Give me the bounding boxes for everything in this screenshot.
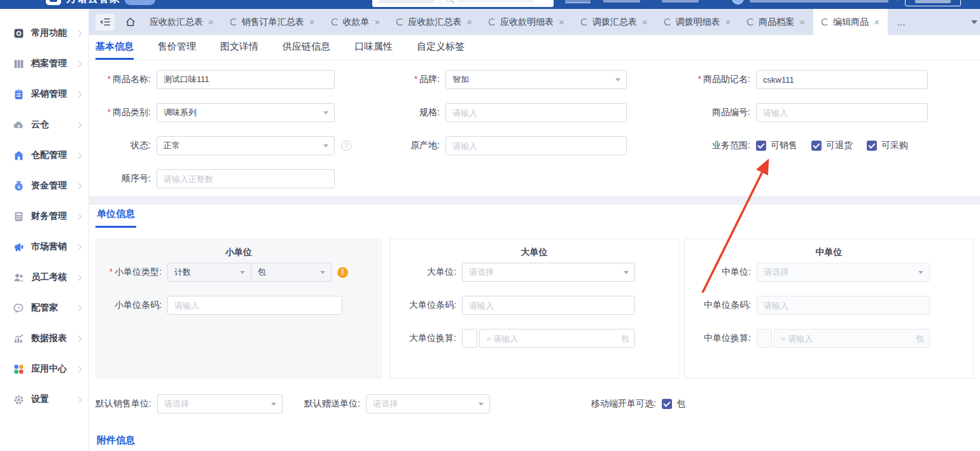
- search-category-select[interactable]: [379, 0, 435, 3]
- tabs-overflow-icon[interactable]: [971, 20, 977, 24]
- mid-unit-conversion-label: 中单位换算:: [685, 333, 757, 344]
- small-unit-type-select[interactable]: 计数: [167, 263, 251, 282]
- megaphone-icon: [13, 242, 24, 253]
- checkbox-checked-icon[interactable]: [662, 399, 672, 409]
- user-account-label[interactable]: [750, 0, 888, 3]
- close-icon[interactable]: ×: [559, 17, 564, 27]
- topbar: 万谱云管家: [0, 0, 980, 9]
- scope-option-purchasable[interactable]: 可采购: [867, 140, 908, 151]
- mid-unit-conversion-mini-input[interactable]: [757, 329, 772, 348]
- global-search[interactable]: [372, 0, 554, 7]
- version-badge: [125, 0, 155, 5]
- small-unit-select[interactable]: 包: [251, 263, 332, 282]
- tab-receipt[interactable]: 收款单×: [323, 9, 389, 35]
- default-gift-unit-select[interactable]: 请选择: [366, 394, 490, 413]
- sequence-input[interactable]: [157, 169, 335, 188]
- sidebar-item-settings[interactable]: 设置: [0, 384, 88, 415]
- status-select[interactable]: 正常: [157, 136, 335, 155]
- close-icon[interactable]: ×: [309, 17, 315, 27]
- tab-receivables-detail[interactable]: 应收款明细表×: [480, 9, 573, 35]
- mobile-order-option-bag[interactable]: 包: [662, 398, 685, 410]
- close-icon[interactable]: ×: [874, 17, 879, 27]
- sidebar-item-data-reports[interactable]: 数据报表: [0, 323, 88, 354]
- sidebar-item-common-functions[interactable]: 常用功能: [0, 18, 88, 48]
- close-icon[interactable]: ×: [725, 17, 731, 27]
- refresh-icon[interactable]: [581, 18, 588, 25]
- tabs-more-button[interactable]: …: [888, 17, 916, 27]
- tab-transfer-summary[interactable]: 调拨汇总表×: [573, 9, 656, 35]
- user-caret-icon[interactable]: [895, 0, 900, 1]
- close-icon[interactable]: ×: [799, 17, 805, 27]
- category-field: *商品类别: 调味系列: [95, 103, 335, 122]
- search-input[interactable]: [457, 0, 533, 3]
- small-unit-barcode-input[interactable]: [167, 296, 342, 315]
- brand-select[interactable]: 智加: [445, 70, 627, 89]
- tab-supply-chain-info[interactable]: 供应链信息: [283, 35, 330, 60]
- sidebar-item-staff-assessment[interactable]: 员工考核: [0, 262, 88, 293]
- tab-transfer-detail[interactable]: 调拨明细表×: [656, 9, 739, 35]
- app-logo-glyph: [50, 0, 57, 2]
- refresh-icon[interactable]: [664, 18, 671, 25]
- sidebar-item-warehouse-distribution[interactable]: 仓配管理: [0, 140, 88, 170]
- sidebar-item-purchase-sales[interactable]: 采销管理: [0, 79, 88, 109]
- big-unit-barcode-row: 大单位条码:: [390, 296, 635, 315]
- mid-unit-conversion-input[interactable]: [774, 329, 930, 348]
- refresh-icon[interactable]: [230, 18, 237, 25]
- user-avatar[interactable]: [732, 0, 744, 4]
- refresh-icon[interactable]: [396, 18, 403, 25]
- tab-basic-info[interactable]: 基本信息: [95, 35, 134, 60]
- big-unit-conversion-mini-input[interactable]: [462, 329, 477, 348]
- close-icon[interactable]: ×: [208, 17, 214, 27]
- default-sale-unit-select[interactable]: 请选择: [157, 394, 283, 413]
- tab-custom-tags[interactable]: 自定义标签: [417, 35, 465, 60]
- topbar-shortcut-2[interactable]: [662, 0, 699, 3]
- collapse-sidebar-icon[interactable]: [95, 14, 115, 31]
- product-name-input[interactable]: [157, 70, 335, 89]
- big-unit-conversion-group: 包: [462, 329, 635, 348]
- mnemonic-input[interactable]: [756, 70, 928, 89]
- status-label: 状态:: [95, 140, 157, 151]
- checkbox-checked-icon[interactable]: [811, 141, 822, 151]
- scope-option-sellable[interactable]: 可销售: [756, 140, 797, 151]
- spec-input[interactable]: [445, 103, 627, 122]
- refresh-icon[interactable]: [332, 18, 339, 25]
- tab-product-archive[interactable]: 商品档案×: [739, 9, 813, 35]
- mid-unit-barcode-input[interactable]: [757, 296, 930, 315]
- tab-image-text-detail[interactable]: 图文详情: [220, 35, 258, 60]
- checkbox-checked-icon[interactable]: [867, 141, 877, 151]
- close-icon[interactable]: ×: [375, 17, 381, 27]
- sidebar-item-funds-management[interactable]: ¥ 资金管理: [0, 170, 88, 201]
- sidebar-item-cloud-warehouse[interactable]: 云仓: [0, 109, 88, 140]
- big-unit-select[interactable]: 请选择: [462, 263, 635, 282]
- product-code-input[interactable]: [756, 103, 928, 122]
- topbar-link[interactable]: [565, 0, 591, 3]
- big-unit-barcode-input[interactable]: [462, 296, 635, 315]
- tab-edit-product[interactable]: 编辑商品×: [813, 9, 888, 35]
- origin-input[interactable]: [445, 136, 627, 155]
- tab-receivables-summary-2[interactable]: 应收款汇总表×: [388, 9, 480, 35]
- mobile-order-optional-field: 移动端开单可选: 包: [579, 394, 699, 413]
- mid-unit-select[interactable]: 请选择: [757, 263, 930, 282]
- sidebar-item-marketing[interactable]: 市场营销: [0, 232, 88, 262]
- tab-receivables-summary[interactable]: 应收款汇总表×: [141, 9, 222, 35]
- sidebar-item-peiguanjia[interactable]: 配管家: [0, 293, 88, 323]
- tab-flavor-attributes[interactable]: 口味属性: [354, 35, 393, 60]
- chevron-right-icon: [76, 183, 82, 189]
- tab-sales-order-summary[interactable]: 销售订单汇总表×: [222, 9, 323, 35]
- refresh-icon[interactable]: [747, 18, 754, 25]
- tab-price-management[interactable]: 售价管理: [158, 35, 196, 60]
- scope-option-returnable[interactable]: 可退货: [811, 140, 853, 151]
- refresh-icon[interactable]: [489, 18, 496, 25]
- close-icon[interactable]: ×: [466, 17, 472, 27]
- category-select[interactable]: 调味系列: [157, 103, 335, 122]
- big-unit-conversion-input[interactable]: [479, 329, 635, 348]
- topbar-outline-button[interactable]: [905, 0, 961, 6]
- home-icon[interactable]: [125, 17, 136, 27]
- checkbox-checked-icon[interactable]: [756, 141, 766, 151]
- refresh-icon[interactable]: [822, 18, 829, 25]
- close-icon[interactable]: ×: [642, 17, 648, 27]
- sidebar-item-finance-management[interactable]: 财务管理: [0, 201, 88, 232]
- topbar-shortcut-1[interactable]: [603, 0, 640, 3]
- sidebar-item-archive-management[interactable]: 档案管理: [0, 48, 88, 79]
- sidebar-item-app-center[interactable]: 应用中心: [0, 354, 88, 384]
